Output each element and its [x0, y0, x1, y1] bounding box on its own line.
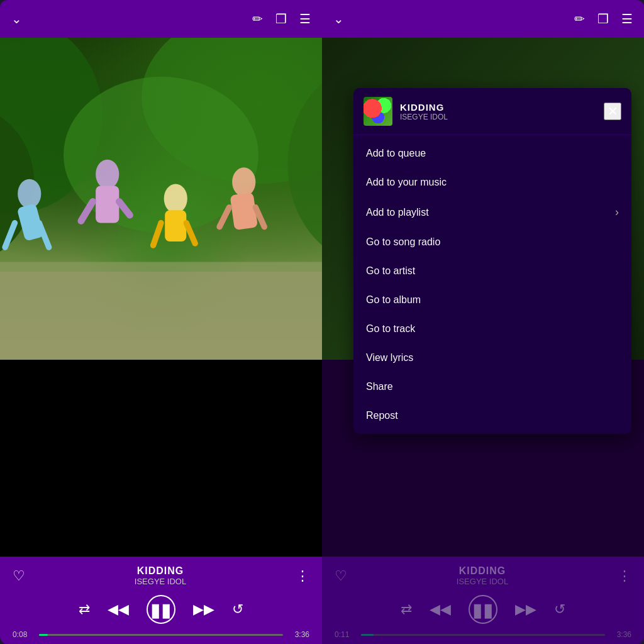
menu-item-share[interactable]: Share — [353, 372, 631, 401]
menu-item-label-share: Share — [366, 381, 393, 392]
left-track-info: ♡ KIDDING ISEGYE IDOL ⋮ — [13, 565, 309, 586]
left-controls-row: ⇄ ◀◀ ▮▮ ▶▶ ↺ — [13, 595, 309, 624]
svg-rect-12 — [96, 186, 119, 223]
chevron-right-icon: › — [615, 206, 619, 219]
svg-point-19 — [232, 167, 255, 197]
svg-point-7 — [18, 179, 41, 209]
menu-item-label-view-lyrics: View lyrics — [366, 352, 413, 364]
menu-header: KIDDING ISEGYE IDOL ✕ — [353, 88, 631, 135]
right-shuffle-dimmed: ⇄ — [401, 601, 412, 618]
left-player-panel: ⌄ ✏ ❒ ☰ — [0, 0, 322, 644]
left-edit-button[interactable]: ✏ — [252, 11, 263, 26]
left-track-title: KIDDING — [25, 565, 296, 577]
left-prev-button[interactable]: ◀◀ — [108, 601, 129, 618]
left-total-time: 3:36 — [289, 630, 309, 639]
right-prev-dimmed: ◀◀ — [430, 601, 451, 618]
menu-item-go-to-album[interactable]: Go to album — [353, 286, 631, 314]
menu-item-label-go-to-artist: Go to artist — [366, 265, 415, 277]
menu-item-label-repost: Repost — [366, 410, 398, 421]
left-player-controls: ♡ KIDDING ISEGYE IDOL ⋮ ⇄ ◀◀ ▮▮ ▶▶ ↺ 0:0… — [0, 557, 322, 644]
left-video-area — [0, 38, 322, 557]
right-track-title-dimmed: KIDDING — [347, 565, 618, 577]
right-more-button-dimmed: ⋮ — [618, 568, 631, 584]
menu-item-label-add-to-playlist: Add to playlist — [366, 207, 429, 218]
menu-item-label-go-to-track: Go to track — [366, 323, 415, 335]
menu-track-artist: ISEGYE IDOL — [400, 113, 604, 121]
menu-item-label-go-to-album: Go to album — [366, 294, 421, 306]
right-expand-button[interactable]: ❒ — [597, 11, 609, 26]
right-current-time-dimmed: 0:11 — [335, 630, 355, 639]
right-player-panel: ⌄ ✏ ❒ ☰ ♡ KIDDING ISEGYE IDOL ⋮ ⇄ ◀◀ ▮▮ … — [322, 0, 644, 644]
right-player-controls-dimmed: ♡ KIDDING ISEGYE IDOL ⋮ ⇄ ◀◀ ▮▮ ▶▶ ↺ 0:1… — [322, 557, 644, 644]
menu-item-label-add-to-your-music: Add to your music — [366, 177, 447, 188]
right-total-time-dimmed: 3:36 — [611, 630, 631, 639]
left-progress-row: 0:08 3:36 — [13, 630, 309, 639]
menu-item-view-lyrics[interactable]: View lyrics — [353, 343, 631, 372]
svg-point-11 — [96, 160, 119, 189]
menu-item-add-to-queue[interactable]: Add to queue — [353, 139, 631, 168]
left-back-button[interactable]: ⌄ — [11, 11, 22, 26]
left-expand-button[interactable]: ❒ — [275, 11, 287, 26]
left-more-button[interactable]: ⋮ — [296, 568, 309, 584]
menu-item-label-go-to-song-radio: Go to song radio — [366, 236, 440, 248]
svg-rect-20 — [230, 192, 258, 230]
menu-item-add-to-playlist[interactable]: Add to playlist › — [353, 197, 631, 228]
menu-item-label-add-to-queue: Add to queue — [366, 148, 426, 159]
left-current-time: 0:08 — [13, 630, 33, 639]
right-heart-button-dimmed: ♡ — [335, 568, 347, 584]
left-track-artist: ISEGYE IDOL — [25, 577, 296, 586]
menu-track-info: KIDDING ISEGYE IDOL — [400, 102, 604, 121]
right-progress-fill-dimmed — [361, 634, 374, 636]
left-top-bar: ⌄ ✏ ❒ ☰ — [0, 0, 322, 38]
menu-album-art — [364, 97, 392, 126]
left-progress-fill — [39, 634, 48, 636]
left-next-button[interactable]: ▶▶ — [193, 601, 214, 618]
menu-item-go-to-song-radio[interactable]: Go to song radio — [353, 228, 631, 257]
menu-items-list: Add to queue Add to your music Add to pl… — [353, 135, 631, 434]
right-pause-dimmed: ▮▮ — [469, 595, 497, 624]
menu-close-button[interactable]: ✕ — [604, 103, 621, 120]
menu-item-repost[interactable]: Repost — [353, 401, 631, 430]
menu-item-go-to-artist[interactable]: Go to artist — [353, 257, 631, 286]
menu-item-add-to-your-music[interactable]: Add to your music — [353, 168, 631, 197]
menu-item-go-to-track[interactable]: Go to track — [353, 314, 631, 343]
right-back-button[interactable]: ⌄ — [333, 11, 344, 26]
svg-point-15 — [164, 184, 187, 214]
left-heart-button[interactable]: ♡ — [13, 568, 25, 584]
svg-rect-16 — [165, 210, 186, 242]
left-repeat-button[interactable]: ↺ — [232, 601, 243, 618]
right-menu-button[interactable]: ☰ — [621, 11, 633, 26]
left-progress-bar[interactable] — [39, 634, 283, 636]
right-repeat-dimmed: ↺ — [554, 601, 565, 618]
left-menu-button[interactable]: ☰ — [299, 11, 311, 26]
right-next-dimmed: ▶▶ — [515, 601, 536, 618]
right-top-bar: ⌄ ✏ ❒ ☰ — [322, 0, 644, 38]
right-progress-bar-dimmed — [361, 634, 605, 636]
right-track-artist-dimmed: ISEGYE IDOL — [347, 577, 618, 586]
context-menu: KIDDING ISEGYE IDOL ✕ Add to queue Add t… — [353, 88, 631, 434]
menu-track-title: KIDDING — [400, 102, 604, 113]
right-edit-button[interactable]: ✏ — [574, 11, 585, 26]
svg-rect-6 — [0, 272, 322, 360]
left-shuffle-button[interactable]: ⇄ — [79, 601, 90, 618]
left-pause-button[interactable]: ▮▮ — [147, 595, 175, 624]
